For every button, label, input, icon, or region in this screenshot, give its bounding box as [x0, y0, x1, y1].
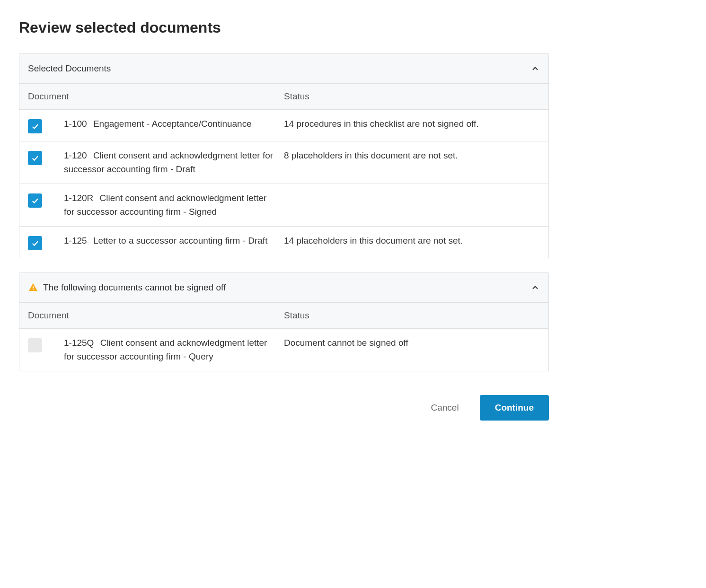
checkbox[interactable]	[28, 151, 42, 165]
checkbox[interactable]	[28, 236, 42, 250]
selected-documents-title: Selected Documents	[28, 63, 111, 74]
document-cell: 1-120R Client consent and acknowledgment…	[64, 192, 284, 219]
status-cell: 8 placeholders in this document are not …	[284, 149, 540, 163]
continue-button[interactable]: Continue	[480, 395, 549, 421]
svg-rect-1	[33, 290, 34, 290]
document-code: 1-125Q	[64, 338, 94, 348]
cannot-signoff-header[interactable]: The following documents cannot be signed…	[19, 273, 548, 303]
check-icon	[31, 239, 39, 247]
cancel-button[interactable]: Cancel	[427, 397, 463, 419]
document-code: 1-120R	[64, 193, 93, 203]
table-header: Document Status	[19, 84, 548, 110]
table-row: 1-120R Client consent and acknowledgment…	[19, 184, 548, 227]
status-cell: 14 placeholders in this document are not…	[284, 234, 540, 248]
document-name: Engagement - Acceptance/Continuance	[93, 119, 252, 129]
selected-documents-panel: Selected Documents Document Status 1-100…	[19, 53, 549, 258]
cannot-signoff-panel: The following documents cannot be signed…	[19, 272, 549, 371]
column-document: Document	[28, 310, 284, 321]
document-code: 1-100	[64, 119, 87, 129]
document-cell: 1-100 Engagement - Acceptance/Continuanc…	[64, 117, 284, 131]
status-cell: 14 procedures in this checklist are not …	[284, 117, 540, 131]
document-name: Client consent and acknowledgment letter…	[64, 150, 273, 174]
footer: Cancel Continue	[19, 395, 549, 421]
table-row: 1-120 Client consent and acknowledgment …	[19, 141, 548, 184]
warning-icon	[28, 282, 38, 293]
document-name: Client consent and acknowledgment letter…	[64, 338, 267, 361]
document-name: Client consent and acknowledgment letter…	[64, 193, 266, 217]
document-cell: 1-125 Letter to a successor accounting f…	[64, 234, 284, 248]
document-cell: 1-125Q Client consent and acknowledgment…	[64, 336, 284, 363]
chevron-up-icon	[530, 283, 540, 292]
page-title: Review selected documents	[19, 19, 549, 36]
checkbox[interactable]	[28, 119, 42, 133]
column-status: Status	[284, 310, 540, 321]
selected-documents-header[interactable]: Selected Documents	[19, 54, 548, 84]
document-code: 1-125	[64, 236, 87, 246]
checkbox-disabled	[28, 338, 42, 352]
cannot-signoff-title: The following documents cannot be signed…	[43, 282, 226, 293]
document-name: Letter to a successor accounting firm - …	[93, 236, 268, 246]
check-icon	[31, 154, 39, 162]
check-icon	[31, 122, 39, 131]
document-code: 1-120	[64, 150, 87, 160]
checkbox[interactable]	[28, 193, 42, 208]
table-row: 1-100 Engagement - Acceptance/Continuanc…	[19, 110, 548, 141]
svg-rect-0	[33, 286, 34, 289]
column-status: Status	[284, 91, 540, 102]
table-header: Document Status	[19, 303, 548, 329]
chevron-up-icon	[530, 64, 540, 73]
table-row: 1-125 Letter to a successor accounting f…	[19, 227, 548, 258]
status-cell: Document cannot be signed off	[284, 336, 540, 350]
check-icon	[31, 196, 39, 205]
column-document: Document	[28, 91, 284, 102]
document-cell: 1-120 Client consent and acknowledgment …	[64, 149, 284, 176]
table-row: 1-125Q Client consent and acknowledgment…	[19, 329, 548, 371]
